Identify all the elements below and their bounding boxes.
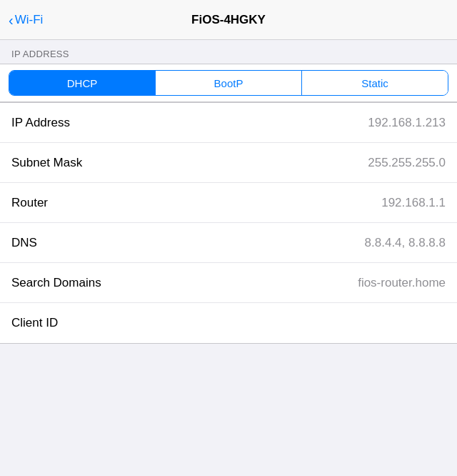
table-row: Client ID [0,303,457,343]
row-label-dns: DNS [11,236,37,250]
row-label-client-id: Client ID [11,316,58,330]
tab-dhcp[interactable]: DHCP [9,71,156,95]
row-value-search-domains: fios-router.home [358,276,446,290]
row-label-search-domains: Search Domains [11,276,101,290]
row-value-dns: 8.8.4.4, 8.8.8.8 [365,236,446,250]
tab-bootp[interactable]: BootP [156,71,302,95]
table-row: DNS 8.8.4.4, 8.8.8.8 [0,223,457,263]
table-row: IP Address 192.168.1.213 [0,103,457,143]
back-label: Wi-Fi [15,13,44,27]
segmented-control-container: DHCP BootP Static [0,64,457,102]
row-label-router: Router [11,196,48,210]
row-value-router: 192.168.1.1 [381,196,446,210]
section-label: IP ADDRESS [0,40,457,64]
table-row: Router 192.168.1.1 [0,183,457,223]
row-label-subnet-mask: Subnet Mask [11,156,82,170]
info-section: IP Address 192.168.1.213 Subnet Mask 255… [0,102,457,344]
table-row: Search Domains fios-router.home [0,263,457,303]
row-label-ip-address: IP Address [11,116,70,130]
back-chevron-icon: ‹ [9,13,14,27]
segmented-control: DHCP BootP Static [9,70,448,96]
row-value-ip-address: 192.168.1.213 [368,116,446,130]
header: ‹ Wi-Fi FiOS-4HGKY [0,0,457,40]
tab-static[interactable]: Static [302,71,448,95]
back-button[interactable]: ‹ Wi-Fi [9,13,43,27]
page-title: FiOS-4HGKY [191,13,266,27]
table-row: Subnet Mask 255.255.255.0 [0,143,457,183]
row-value-subnet-mask: 255.255.255.0 [368,156,446,170]
